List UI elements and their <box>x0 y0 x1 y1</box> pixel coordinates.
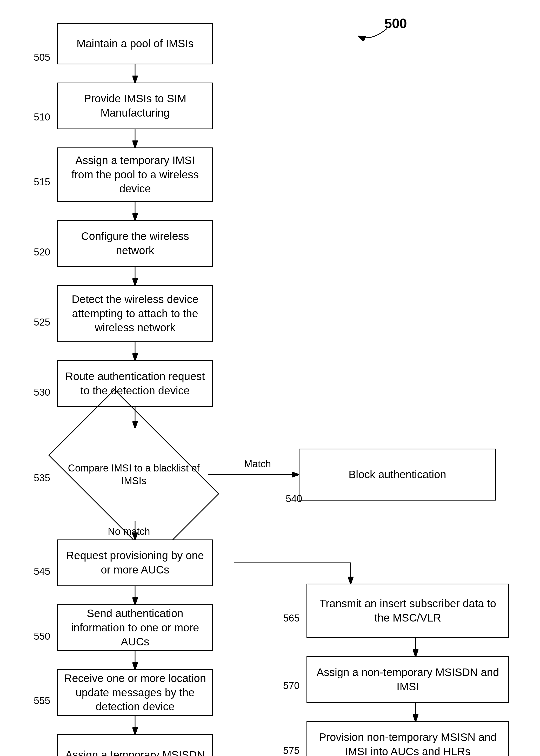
step-515: Assign a temporary IMSI from the pool to… <box>57 148 213 202</box>
label-550: 550 <box>34 631 50 642</box>
label-505: 505 <box>34 52 50 63</box>
step-535: Compare IMSI to a blacklist of IMSIs <box>60 428 208 521</box>
label-510: 510 <box>34 112 50 123</box>
step-520: Configure the wireless network <box>57 220 213 267</box>
step-530: Route authentication request to the dete… <box>57 360 213 407</box>
label-570: 570 <box>283 680 300 691</box>
label-540: 540 <box>286 493 302 504</box>
label-575: 575 <box>283 745 300 756</box>
step-550: Send authentication information to one o… <box>57 604 213 651</box>
step-525: Detect the wireless device attempting to… <box>57 285 213 342</box>
label-545: 545 <box>34 566 50 577</box>
step-540: Block authentication <box>299 449 496 500</box>
step-505: Maintain a pool of IMSIs <box>57 23 213 64</box>
label-530: 530 <box>34 387 50 398</box>
step-570: Assign a non-temporary MSISDN and IMSI <box>307 656 509 703</box>
step-510: Provide IMSIs to SIM Manufacturing <box>57 82 213 129</box>
svg-text:Match: Match <box>244 459 271 469</box>
step-555: Receive one or more location update mess… <box>57 669 213 716</box>
label-525: 525 <box>34 317 50 328</box>
label-555: 555 <box>34 695 50 706</box>
step-575: Provision non-temporary MSISN and IMSI i… <box>307 721 509 756</box>
diagram-title: 500 <box>384 16 407 31</box>
step-560: Assign a temporary MSISDN <box>57 734 213 756</box>
label-535: 535 <box>34 473 50 484</box>
label-565: 565 <box>283 613 300 624</box>
step-565: Transmit an insert subscriber data to th… <box>307 584 509 638</box>
label-515: 515 <box>34 176 50 188</box>
label-520: 520 <box>34 247 50 258</box>
step-545: Request provisioning by one or more AUCs <box>57 539 213 586</box>
